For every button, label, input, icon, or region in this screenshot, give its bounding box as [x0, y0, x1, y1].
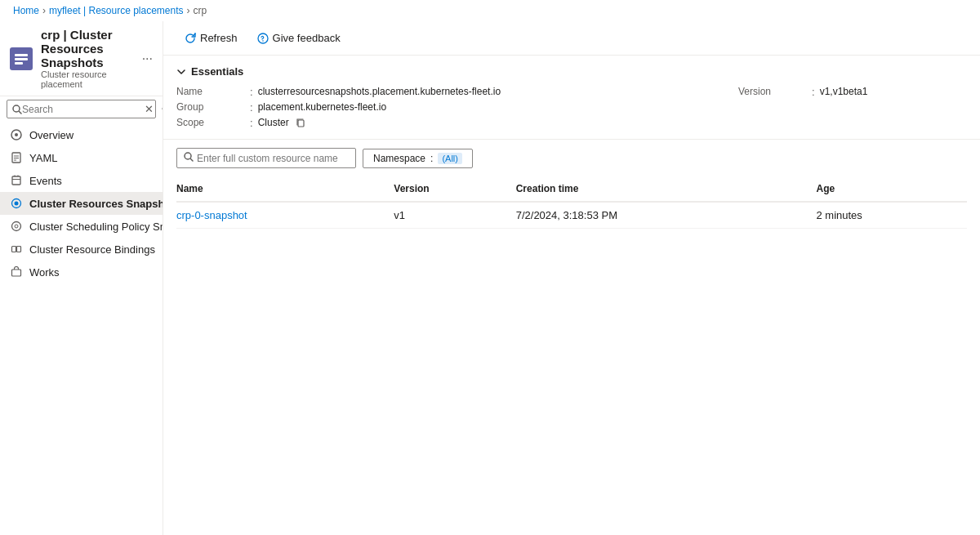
- svg-point-18: [12, 222, 21, 231]
- column-name: Name: [176, 176, 394, 202]
- refresh-button[interactable]: Refresh: [176, 28, 246, 48]
- resource-search-input[interactable]: [197, 153, 349, 164]
- snapshots-icon: [10, 197, 23, 210]
- svg-point-19: [15, 225, 18, 228]
- essentials-left-col: Name : clusterresourcesnapshots.placemen…: [176, 86, 738, 129]
- filter-search-icon: [184, 152, 194, 164]
- essentials-chevron-icon: [176, 67, 186, 77]
- essentials-version-label: Version: [738, 86, 812, 97]
- namespace-value-tag: (All): [438, 153, 462, 164]
- essentials-version-row: Version : v1,v1beta1: [738, 86, 967, 98]
- more-options-button[interactable]: ···: [142, 51, 153, 66]
- page-subtitle: Cluster resource placement: [41, 69, 134, 89]
- essentials-name-row: Name : clusterresourcesnapshots.placemen…: [176, 86, 738, 98]
- sidebar: crp | Cluster Resources Snapshots Cluste…: [0, 21, 163, 535]
- essentials-body: Name : clusterresourcesnapshots.placemen…: [176, 86, 967, 129]
- filter-bar: Namespace : (All): [163, 140, 980, 176]
- essentials-name-value: clusterresourcesnapshots.placement.kuber…: [258, 86, 501, 97]
- svg-rect-1: [15, 54, 28, 56]
- essentials-version-value: v1,v1beta1: [820, 86, 868, 97]
- events-icon: [10, 174, 23, 187]
- sidebar-search-input[interactable]: [22, 104, 145, 115]
- sidebar-item-yaml[interactable]: YAML: [0, 146, 163, 169]
- sidebar-item-label: Cluster Scheduling Policy Snapshots: [29, 221, 163, 233]
- essentials-scope-value: Cluster: [258, 117, 305, 128]
- table-row: crp-0-snapshotv17/2/2024, 3:18:53 PM2 mi…: [176, 202, 967, 229]
- essentials-group-value: placement.kubernetes-fleet.io: [258, 101, 386, 113]
- svg-rect-12: [12, 176, 20, 185]
- column-age: Age: [816, 176, 967, 202]
- filter-search-box: [176, 148, 356, 168]
- svg-rect-20: [12, 247, 16, 252]
- feedback-label: Give feedback: [273, 32, 341, 44]
- scheduling-icon: [10, 220, 23, 233]
- svg-rect-25: [298, 120, 304, 127]
- essentials-scope-label: Scope: [176, 117, 250, 128]
- namespace-filter-button[interactable]: Namespace : (All): [363, 149, 473, 168]
- sidebar-item-events[interactable]: Events: [0, 169, 163, 192]
- essentials-scope-row: Scope : Cluster: [176, 117, 738, 129]
- svg-rect-2: [15, 58, 28, 60]
- cell-creation-time: 7/2/2024, 3:18:53 PM: [516, 202, 817, 229]
- cell-version: v1: [394, 202, 515, 229]
- svg-point-7: [15, 133, 18, 136]
- svg-line-5: [20, 111, 22, 114]
- essentials-right-col: Version : v1,v1beta1: [738, 86, 967, 98]
- refresh-label: Refresh: [200, 32, 238, 44]
- svg-rect-3: [15, 62, 23, 65]
- sidebar-header: crp | Cluster Resources Snapshots Cluste…: [0, 21, 163, 96]
- breadcrumb-home[interactable]: Home: [13, 5, 39, 16]
- namespace-label: Namespace: [373, 153, 425, 164]
- breadcrumb-current: crp: [194, 5, 207, 16]
- svg-rect-21: [17, 247, 21, 252]
- svg-rect-23: [12, 270, 21, 276]
- main-content: Refresh Give feedback Essentials: [163, 21, 980, 535]
- sidebar-item-label: Events: [29, 175, 62, 187]
- sidebar-item-label: Cluster Resources Snapshots: [29, 198, 163, 210]
- feedback-button[interactable]: Give feedback: [249, 28, 349, 48]
- sidebar-item-cluster-scheduling-policy-snapshots[interactable]: Cluster Scheduling Policy Snapshots: [0, 215, 163, 238]
- refresh-icon: [185, 33, 196, 44]
- essentials-toggle[interactable]: Essentials: [176, 65, 967, 78]
- sidebar-item-label: Works: [29, 266, 60, 279]
- overview-icon: [10, 128, 23, 141]
- essentials-group-row: Group : placement.kubernetes-fleet.io: [176, 101, 738, 114]
- resources-table: Name Version Creation time Age crp-0-sna…: [176, 176, 967, 229]
- essentials-title: Essentials: [191, 65, 243, 78]
- sidebar-item-cluster-resources-snapshots[interactable]: Cluster Resources Snapshots ★: [0, 192, 163, 215]
- sidebar-item-overview[interactable]: Overview: [0, 123, 163, 146]
- toolbar: Refresh Give feedback: [163, 21, 980, 56]
- essentials-name-label: Name: [176, 86, 250, 97]
- sidebar-item-label: YAML: [29, 152, 57, 164]
- sidebar-nav: Overview YAML: [0, 123, 163, 283]
- sidebar-title-block: crp | Cluster Resources Snapshots Cluste…: [41, 28, 134, 89]
- table-body: crp-0-snapshotv17/2/2024, 3:18:53 PM2 mi…: [176, 202, 967, 229]
- page-title: crp | Cluster Resources Snapshots: [41, 28, 134, 69]
- cell-name: crp-0-snapshot: [176, 202, 394, 229]
- works-icon: [10, 265, 23, 279]
- sidebar-item-label: Overview: [29, 129, 74, 141]
- svg-point-26: [185, 153, 191, 159]
- table-container: Name Version Creation time Age crp-0-sna…: [163, 176, 980, 229]
- svg-point-17: [15, 202, 19, 206]
- search-clear-icon[interactable]: ✕: [145, 103, 154, 115]
- column-creation-time: Creation time: [516, 176, 817, 202]
- svg-point-24: [262, 40, 264, 42]
- sidebar-search-box: ✕ 《: [7, 100, 156, 118]
- bindings-icon: [10, 243, 23, 256]
- crp-resource-icon: [10, 46, 33, 72]
- search-collapse-icon[interactable]: 《: [157, 103, 163, 115]
- sidebar-search-icon: [12, 105, 22, 114]
- table-header: Name Version Creation time Age: [176, 176, 967, 202]
- copy-scope-icon[interactable]: [296, 118, 305, 127]
- svg-line-27: [191, 159, 194, 162]
- sidebar-item-label: Cluster Resource Bindings: [29, 243, 155, 256]
- yaml-icon: [10, 151, 23, 164]
- sidebar-item-works[interactable]: Works: [0, 261, 163, 283]
- resource-name-link[interactable]: crp-0-snapshot: [176, 209, 247, 221]
- sidebar-item-cluster-resource-bindings[interactable]: Cluster Resource Bindings: [0, 238, 163, 261]
- column-version: Version: [394, 176, 515, 202]
- breadcrumb-myfleet[interactable]: myfleet | Resource placements: [49, 5, 184, 16]
- essentials-section: Essentials Name : clusterresourcesnapsho…: [163, 56, 980, 140]
- breadcrumb: Home › myfleet | Resource placements › c…: [0, 0, 980, 21]
